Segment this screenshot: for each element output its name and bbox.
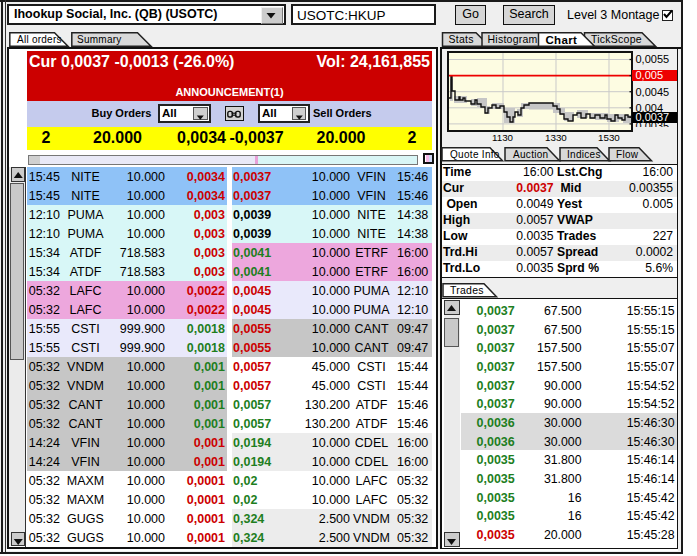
svg-text:All orders: All orders	[17, 34, 62, 45]
svg-text:Trades: Trades	[450, 283, 484, 295]
svg-text:Chart: Chart	[546, 33, 578, 45]
svg-text:Quote Info: Quote Info	[450, 149, 500, 160]
